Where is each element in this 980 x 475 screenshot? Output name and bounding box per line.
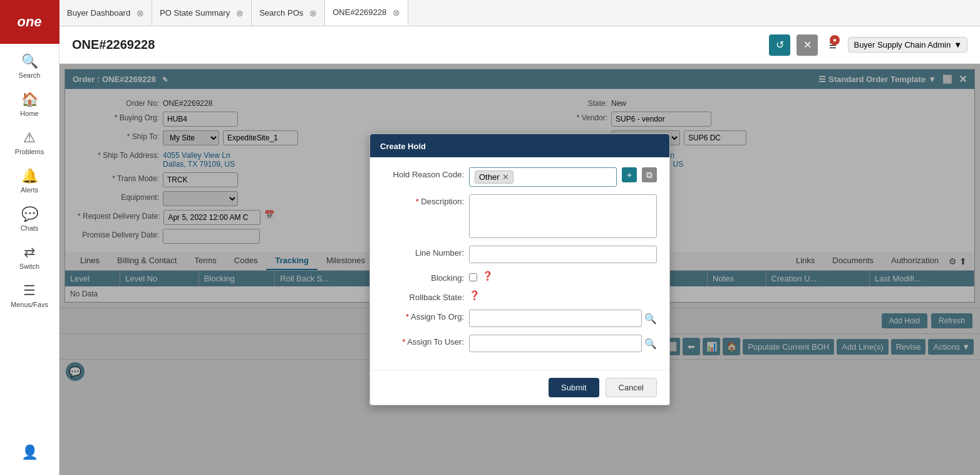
profile-icon: 👤 bbox=[21, 444, 38, 461]
sidebar-item-switch[interactable]: ⇄ Switch bbox=[0, 238, 59, 276]
search-icon: 🔍 bbox=[21, 53, 38, 70]
page-title: ONE#2269228 bbox=[72, 38, 763, 52]
sidebar-search-label: Search bbox=[19, 71, 41, 79]
description-row: Description: bbox=[383, 194, 657, 238]
assign-to-org-search-icon[interactable]: 🔍 bbox=[644, 313, 657, 325]
hold-reason-code-field: Other ✕ bbox=[469, 167, 617, 187]
tab-one-2269228[interactable]: ONE#2269228 ⊗ bbox=[325, 0, 408, 26]
cancel-button[interactable]: Cancel bbox=[606, 378, 657, 397]
tab-buyer-dashboard-label: Buyer Dashboard bbox=[67, 8, 130, 18]
hold-reason-copy-icon[interactable]: ⧉ bbox=[642, 167, 657, 182]
hold-reason-code-label: Hold Reason Code: bbox=[383, 167, 464, 179]
line-number-input[interactable] bbox=[469, 246, 657, 263]
sidebar-item-chats[interactable]: 💬 Chats bbox=[0, 200, 59, 238]
page-header: ONE#2269228 ↺ ✕ ☰ ★ Buyer Supply Chain A… bbox=[59, 26, 980, 64]
blocking-help-icon[interactable]: ❓ bbox=[482, 271, 493, 281]
modal-header: Create Hold bbox=[370, 134, 669, 157]
modal-body: Hold Reason Code: Other ✕ + ⧉ Descriptio… bbox=[370, 157, 669, 370]
tab-search-pos-close[interactable]: ⊗ bbox=[309, 8, 317, 18]
assign-to-org-label: Assign To Org: bbox=[383, 310, 464, 321]
tab-po-state-summary-label: PO State Summary bbox=[160, 8, 230, 18]
assign-to-user-input[interactable] bbox=[469, 335, 642, 352]
content-area: Order : ONE#2269228 ✎ ☰ Standard Order T… bbox=[59, 64, 980, 475]
sidebar-problems-label: Problems bbox=[15, 148, 44, 155]
hold-reason-add-icon[interactable]: + bbox=[622, 167, 637, 182]
tab-bar: Buyer Dashboard ⊗ PO State Summary ⊗ Sea… bbox=[59, 0, 980, 26]
menu-button[interactable]: ☰ ★ bbox=[829, 38, 837, 51]
line-number-label: Line Number: bbox=[383, 246, 464, 258]
line-number-row: Line Number: bbox=[383, 246, 657, 263]
blocking-checkbox[interactable] bbox=[469, 273, 477, 281]
warning-icon: ⚠ bbox=[23, 130, 36, 146]
sidebar-item-alerts[interactable]: 🔔 Alerts bbox=[0, 162, 59, 200]
description-label: Description: bbox=[383, 194, 464, 206]
sidebar-menus-label: Menus/Favs bbox=[11, 301, 48, 308]
sidebar-switch-label: Switch bbox=[19, 263, 39, 270]
blocking-row: Blocking: ❓ bbox=[383, 271, 657, 283]
refresh-button[interactable]: ↺ bbox=[769, 34, 790, 56]
close-button[interactable]: ✕ bbox=[797, 34, 818, 56]
assign-to-user-label: Assign To User: bbox=[383, 335, 464, 347]
logo-text: one bbox=[17, 14, 41, 30]
sidebar-alerts-label: Alerts bbox=[21, 186, 38, 194]
sidebar-item-profile[interactable]: 👤 bbox=[18, 438, 41, 469]
main-content: Buyer Dashboard ⊗ PO State Summary ⊗ Sea… bbox=[59, 0, 980, 475]
sidebar-chats-label: Chats bbox=[21, 224, 39, 232]
assign-to-user-row: Assign To User: 🔍 bbox=[383, 335, 657, 352]
tab-buyer-dashboard-close[interactable]: ⊗ bbox=[137, 8, 144, 18]
blocking-label: Blocking: bbox=[383, 271, 464, 283]
rollback-state-row: Rollback State: ❓ bbox=[383, 290, 657, 302]
sidebar-item-problems[interactable]: ⚠ Problems bbox=[0, 123, 59, 162]
home-icon: 🏠 bbox=[21, 91, 38, 108]
description-input[interactable] bbox=[469, 194, 657, 238]
create-hold-modal: Create Hold Hold Reason Code: Other ✕ + bbox=[369, 133, 670, 405]
tab-one-2269228-label: ONE#2269228 bbox=[333, 8, 386, 17]
app-logo[interactable]: one bbox=[0, 0, 59, 44]
tab-one-2269228-close[interactable]: ⊗ bbox=[393, 8, 400, 18]
notification-badge: ★ bbox=[830, 35, 840, 45]
submit-button[interactable]: Submit bbox=[549, 378, 599, 397]
assign-to-user-search: 🔍 bbox=[469, 335, 657, 352]
sidebar-bottom: 👤 bbox=[18, 438, 41, 475]
tab-po-state-summary[interactable]: PO State Summary ⊗ bbox=[152, 0, 252, 26]
assign-to-user-search-icon[interactable]: 🔍 bbox=[644, 338, 657, 350]
hold-reason-tag: Other ✕ bbox=[475, 170, 513, 184]
tab-search-pos[interactable]: Search POs ⊗ bbox=[252, 0, 325, 26]
tab-po-state-summary-close[interactable]: ⊗ bbox=[236, 8, 244, 18]
menu-icon: ☰ bbox=[23, 283, 36, 299]
modal-overlay: Create Hold Hold Reason Code: Other ✕ + bbox=[59, 64, 980, 475]
sidebar-item-home[interactable]: 🏠 Home bbox=[0, 85, 59, 123]
assign-to-org-search: 🔍 bbox=[469, 310, 657, 327]
rollback-state-label: Rollback State: bbox=[383, 290, 464, 302]
sidebar-item-menus[interactable]: ☰ Menus/Favs bbox=[0, 276, 59, 315]
rollback-state-help-icon[interactable]: ❓ bbox=[469, 290, 480, 300]
bell-icon: 🔔 bbox=[21, 168, 38, 184]
switch-icon: ⇄ bbox=[24, 244, 35, 261]
tab-buyer-dashboard[interactable]: Buyer Dashboard ⊗ bbox=[59, 0, 152, 26]
modal-footer: Submit Cancel bbox=[370, 370, 669, 405]
user-name-label: Buyer Supply Chain Admin bbox=[854, 40, 951, 50]
user-dropdown[interactable]: Buyer Supply Chain Admin ▼ bbox=[848, 37, 967, 53]
sidebar-item-search[interactable]: 🔍 Search bbox=[0, 47, 59, 85]
assign-to-org-input[interactable] bbox=[469, 310, 642, 327]
sidebar: one 🔍 Search 🏠 Home ⚠ Problems 🔔 Alerts … bbox=[0, 0, 59, 475]
assign-to-org-row: Assign To Org: 🔍 bbox=[383, 310, 657, 327]
dropdown-arrow-icon: ▼ bbox=[954, 40, 962, 50]
hold-reason-code-row: Hold Reason Code: Other ✕ + ⧉ bbox=[383, 167, 657, 187]
modal-title: Create Hold bbox=[380, 142, 426, 151]
sidebar-home-label: Home bbox=[20, 110, 38, 117]
chat-icon: 💬 bbox=[21, 206, 38, 222]
hold-reason-tag-remove[interactable]: ✕ bbox=[502, 172, 509, 182]
tab-search-pos-label: Search POs bbox=[259, 8, 303, 18]
